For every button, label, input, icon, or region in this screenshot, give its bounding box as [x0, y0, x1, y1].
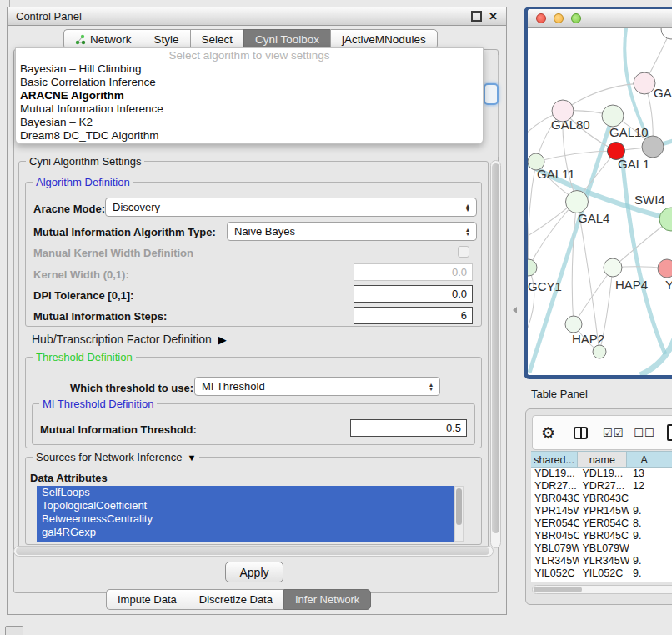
- node-label: GAL4: [578, 211, 609, 225]
- node-label: GAL: [654, 86, 672, 100]
- dropdown-item[interactable]: Dream8 DC_TDC Algorithm: [16, 129, 483, 142]
- list-scrollbar-thumb[interactable]: [456, 488, 462, 525]
- sources-group-title: Sources for Network Inference ▼: [33, 451, 199, 463]
- close-window-icon[interactable]: [536, 13, 546, 23]
- network-node-gal4[interactable]: [566, 191, 589, 213]
- table-panel-title: Table Panel: [531, 388, 588, 400]
- mi-threshold-field[interactable]: 0.5: [350, 419, 467, 437]
- tab-infer-network[interactable]: Infer Network: [283, 589, 371, 610]
- tab-discretize-data[interactable]: Discretize Data: [188, 589, 283, 610]
- spinner-arrows-icon: ▴▾: [461, 203, 469, 212]
- tab-network[interactable]: Network: [63, 29, 143, 49]
- aracne-mode-select[interactable]: Discovery ▴▾: [105, 198, 477, 217]
- tab-impute-data[interactable]: Impute Data: [106, 589, 188, 610]
- tab-select[interactable]: Select: [190, 29, 244, 49]
- network-node-salmon[interactable]: [658, 259, 672, 278]
- apply-button[interactable]: Apply: [225, 562, 283, 582]
- tab-jactivemnodules[interactable]: jActiveMNodules: [330, 29, 438, 49]
- table-row[interactable]: YER054C YER054C 8.: [531, 518, 672, 530]
- table-row[interactable]: YDL19... YDL19... 13: [531, 468, 672, 480]
- minimize-window-icon[interactable]: [554, 13, 564, 23]
- mi-threshold-label: Mutual Information Threshold:: [40, 423, 197, 436]
- which-threshold-label: Which threshold to use:: [70, 382, 193, 394]
- control-panel-titlebar[interactable]: Control Panel ✕: [8, 8, 506, 26]
- kernel-width-field[interactable]: 0.0: [354, 263, 473, 281]
- splitter-handle-icon[interactable]: [513, 307, 517, 313]
- manual-kernel-checkbox[interactable]: [458, 246, 469, 258]
- network-canvas[interactable]: GAL GAL80 GAL10 GAL1 GAL11 GAL4 SWI4 GCY…: [528, 28, 672, 375]
- data-attributes-list[interactable]: SelfLoops TopologicalCoefficient Between…: [37, 486, 454, 542]
- dropdown-item[interactable]: Bayesian – Hill Climbing: [16, 62, 483, 76]
- network-node[interactable]: [661, 28, 672, 39]
- deselect-all-icon[interactable]: ☐☐: [634, 427, 654, 439]
- table-panel-titlebar[interactable]: Table Panel: [521, 382, 672, 405]
- window-edge-tick: [9, 0, 10, 7]
- network-view-window[interactable]: GAL GAL80 GAL10 GAL1 GAL11 GAL4 SWI4 GCY…: [524, 7, 672, 379]
- hidden-groupbox-edge: [498, 55, 499, 157]
- mi-threshold-group-title: MI Threshold Definition: [39, 398, 157, 410]
- list-item[interactable]: BetweennessCentrality: [37, 512, 454, 526]
- node-label: Y: [665, 278, 672, 292]
- table-row[interactable]: YBR043C YBR043C: [531, 492, 672, 505]
- mi-steps-field[interactable]: 6: [354, 307, 473, 324]
- column-header-partial[interactable]: A: [627, 451, 672, 468]
- network-node-hap4[interactable]: [604, 258, 622, 277]
- settings-scrollbar-thumb[interactable]: [492, 163, 499, 533]
- maximize-window-icon[interactable]: [571, 13, 581, 23]
- network-window-titlebar[interactable]: [528, 9, 672, 28]
- select-all-icon[interactable]: ☑☑: [603, 427, 624, 439]
- desktop: { "colors": { "selection_blue": "#3d68c5…: [0, 0, 672, 635]
- table-hscrollbar-thumb[interactable]: [534, 587, 582, 592]
- gear-icon[interactable]: ⚙: [541, 425, 555, 441]
- dropdown-item[interactable]: ARACNE Algorithm: [16, 89, 483, 102]
- control-panel-title: Control Panel: [16, 10, 82, 22]
- node-label: HAP2: [572, 332, 604, 346]
- column-header-sharedname[interactable]: shared...: [531, 451, 578, 468]
- dropdown-item[interactable]: Bayesian – K2: [16, 116, 483, 129]
- table-row[interactable]: YIL052C YIL052C 9.: [531, 568, 672, 580]
- dropdown-item[interactable]: Basic Correlation Inference: [16, 76, 483, 89]
- list-item[interactable]: TopologicalCoefficient: [37, 499, 454, 512]
- mi-type-select[interactable]: Naive Bayes ▴▾: [227, 222, 477, 241]
- bottom-tabs: Impute Data Discretize Data Infer Networ…: [106, 589, 371, 608]
- tab-cyni-toolbox[interactable]: Cyni Toolbox: [243, 29, 330, 49]
- mi-type-label: Mutual Information Algorithm Type:: [33, 226, 216, 238]
- dropdown-item[interactable]: Mutual Information Inference: [16, 102, 483, 116]
- node-label: GAL11: [537, 167, 575, 181]
- table-row[interactable]: YPR145W YPR145W 9.: [531, 505, 672, 518]
- spinner-arrows-icon: ▴▾: [461, 228, 469, 236]
- settings-hscrollbar-thumb[interactable]: [16, 548, 489, 555]
- tab-style[interactable]: Style: [143, 29, 190, 49]
- which-threshold-select[interactable]: MI Threshold ▴▾: [194, 377, 440, 396]
- network-node-hap2[interactable]: [565, 316, 582, 332]
- network-node-gcy1[interactable]: [528, 259, 537, 276]
- network-icon: [75, 34, 86, 45]
- expanded-arrow-icon[interactable]: ▼: [188, 452, 197, 462]
- float-panel-icon[interactable]: [471, 11, 482, 22]
- network-node[interactable]: [593, 345, 606, 358]
- table-row[interactable]: YBL079W YBL079W: [531, 542, 672, 555]
- table-row[interactable]: YDR27... YDR27... 12: [531, 480, 672, 492]
- network-node[interactable]: [634, 72, 655, 94]
- network-node-gal10[interactable]: [602, 105, 624, 127]
- algorithm-combo-placeholder[interactable]: Select algorithm to view settings: [16, 48, 483, 62]
- list-item[interactable]: gal4RGexp: [37, 526, 454, 539]
- list-item[interactable]: SelfLoops: [37, 486, 454, 499]
- new-table-icon[interactable]: [667, 424, 672, 441]
- close-panel-icon[interactable]: ✕: [489, 10, 498, 22]
- columns-icon[interactable]: [574, 427, 588, 439]
- manual-kernel-label: Manual Kernel Width Definition: [33, 247, 193, 259]
- collapsed-arrow-icon[interactable]: ▶: [218, 333, 227, 346]
- threshold-definition-title: Threshold Definition: [33, 351, 136, 363]
- collapsed-panel-icon[interactable]: [5, 626, 23, 635]
- column-header-name[interactable]: name: [578, 451, 627, 468]
- hub-definition-toggle[interactable]: Hub/Transcription Factor Definition ▶: [32, 332, 227, 346]
- node-table[interactable]: shared... name A YDL19... YDL19... 13 YD…: [531, 451, 672, 582]
- node-label: SWI4: [634, 192, 665, 207]
- node-label: GAL80: [551, 118, 590, 132]
- node-label: GAL1: [618, 157, 649, 171]
- table-row[interactable]: YBR045C YBR045C 9.: [531, 530, 672, 542]
- table-row[interactable]: YLR345W YLR345W 9.: [531, 555, 672, 568]
- algorithm-definition-title: Algorithm Definition: [33, 176, 133, 188]
- dpi-tolerance-field[interactable]: 0.0: [354, 285, 473, 302]
